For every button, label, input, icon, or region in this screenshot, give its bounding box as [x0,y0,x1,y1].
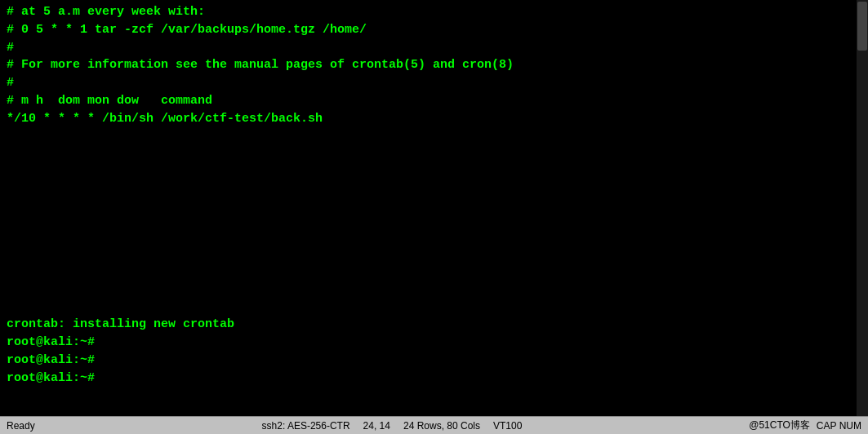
terminal-line [7,162,861,179]
terminal-body[interactable]: # at 5 a.m every week with:# 0 5 * * 1 t… [0,0,868,416]
terminal-window[interactable]: # at 5 a.m every week with:# 0 5 * * 1 t… [0,0,868,434]
status-bar: Ready ssh2: AES-256-CTR 24, 14 24 Rows, … [0,416,868,434]
terminal-line [7,144,861,162]
ssh-info: ssh2: AES-256-CTR [262,420,350,432]
terminal-line: root@kali:~# [7,352,861,370]
terminal-line: # [7,74,861,92]
terminal-line [7,196,861,213]
terminal-line [7,213,861,230]
terminal-line [7,179,861,196]
terminal-line: # 0 5 * * 1 tar -zcf /var/backups/home.t… [7,21,861,39]
scrollbar[interactable] [857,0,868,416]
status-right: @51CTO博客 CAP NUM [749,418,861,432]
terminal-line: # For more information see the manual pa… [7,56,861,74]
terminal-line: # at 5 a.m every week with: [7,3,861,21]
terminal-line: root@kali:~# [7,334,861,352]
site-logo: @51CTO博客 [749,418,810,432]
terminal-type: VT100 [493,420,522,432]
status-ready: Ready [7,420,35,432]
terminal-line [7,281,861,299]
status-center: ssh2: AES-256-CTR 24, 14 24 Rows, 80 Col… [262,420,523,432]
terminal-line [7,247,861,264]
terminal-line [7,264,861,281]
terminal-lines: # at 5 a.m every week with:# 0 5 * * 1 t… [7,3,861,387]
terminal-line: # [7,39,861,57]
terminal-line [7,127,861,144]
terminal-line: */10 * * * * /bin/sh /work/ctf-test/back… [7,110,861,128]
scroll-thumb[interactable] [857,2,867,51]
terminal-line: crontab: installing new crontab [7,316,861,334]
cap-num: CAP NUM [817,420,861,432]
terminal-line [7,299,861,316]
terminal-line: # m h dom mon dow command [7,92,861,110]
cursor-position: 24, 14 [363,420,390,432]
terminal-dimensions: 24 Rows, 80 Cols [403,420,480,432]
terminal-line [7,230,861,247]
terminal-line: root@kali:~# [7,370,861,388]
